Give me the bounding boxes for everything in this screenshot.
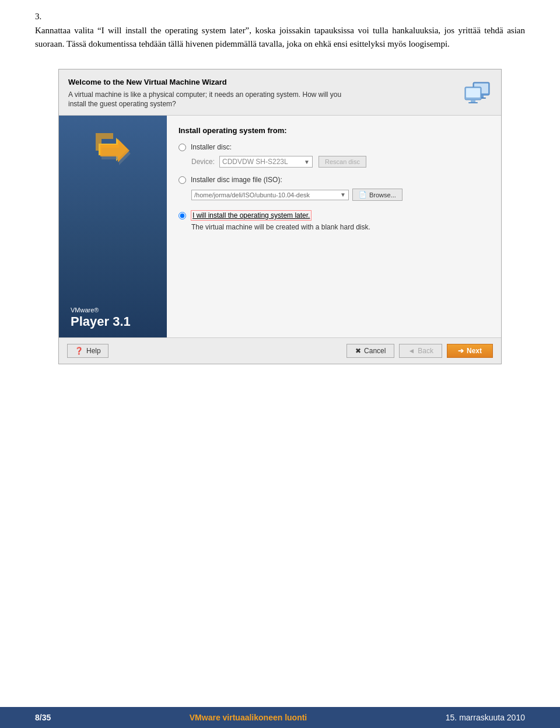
install-later-label[interactable]: I will install the operating system late… [191,211,312,220]
footer-left-buttons: ❓ Help [67,344,108,358]
back-button[interactable]: ◄ Back [399,344,442,358]
help-icon: ❓ [75,347,83,355]
blank-disk-description: The virtual machine will be created with… [191,223,489,231]
page-number: 3. [35,12,525,22]
install-later-radio[interactable] [178,212,186,220]
back-label: Back [418,347,433,355]
vmware-brand: VMware® [71,306,99,314]
vm-icon-area [90,127,136,176]
help-label: Help [86,347,101,355]
dialog-header: Welcome to the New Virtual Machine Wizar… [59,69,501,116]
installer-disc-option: Installer disc: [178,143,489,151]
iso-option: Installer disc image file (ISO): [178,176,489,184]
next-arrow-icon: ➔ [458,347,464,355]
page-content: 3. Kannattaa valita “I will install the … [0,0,560,429]
browse-icon: 📄 [359,191,367,198]
device-value: CDDVDW SH-S223L [222,158,304,166]
install-later-option: I will install the operating system late… [178,211,489,220]
footer-page-number: 8/35 [35,713,51,722]
vmware-logo-area: VMware® Player 3.1 [65,306,161,329]
iso-path-wrapper[interactable]: /home/jorma/deli/ISO/ubuntu-10.04-desk ▼ [191,190,349,200]
dialog-title: Welcome to the New Virtual Machine Wizar… [68,78,360,86]
installer-disc-radio[interactable] [178,144,186,151]
vmware-player-version: Player 3.1 [71,315,131,329]
computer-icon [463,78,492,107]
rescan-disc-button[interactable]: Rescan disc [318,156,366,168]
body-paragraph: Kannattaa valita “I will install the ope… [35,24,525,51]
iso-radio[interactable] [178,176,186,184]
browse-label: Browse... [369,191,396,198]
install-title: Install operating system from: [178,126,489,135]
svg-rect-6 [471,100,475,102]
device-select-wrapper[interactable]: CDDVDW SH-S223L ▼ [219,156,313,168]
dialog-header-text: Welcome to the New Virtual Machine Wizar… [68,78,360,110]
device-label: Device: [191,158,215,166]
page-footer: 8/35 VMware virtuaalikoneen luonti 15. m… [0,707,560,728]
dialog-footer: ❓ Help ✖ Cancel ◄ Back ➔ Next [59,337,501,364]
install-later-text: I will install the operating system late… [191,210,312,221]
footer-document-title: VMware virtuaalikoneen luonti [190,713,307,722]
iso-label[interactable]: Installer disc image file (ISO): [191,176,282,184]
svg-rect-5 [466,88,480,97]
dialog-subtitle: A virtual machine is like a physical com… [68,90,360,110]
iso-path-text: /home/jorma/deli/ISO/ubuntu-10.04-desk [194,191,340,198]
svg-rect-7 [468,102,478,103]
footer-date: 15. marraskuuta 2010 [446,713,525,722]
browse-button[interactable]: 📄 Browse... [352,189,402,201]
dialog-wrapper: Welcome to the New Virtual Machine Wizar… [35,69,525,365]
help-button[interactable]: ❓ Help [67,344,108,358]
dialog-body: VMware® Player 3.1 Install operating sys… [59,116,501,337]
cancel-icon: ✖ [355,347,361,355]
iso-row: /home/jorma/deli/ISO/ubuntu-10.04-desk ▼… [191,189,489,201]
back-icon: ◄ [408,347,415,355]
iso-dropdown-arrow: ▼ [340,191,346,198]
footer-right-buttons: ✖ Cancel ◄ Back ➔ Next [346,344,493,358]
next-button[interactable]: ➔ Next [447,344,493,358]
device-dropdown-arrow: ▼ [304,159,310,165]
cancel-button[interactable]: ✖ Cancel [346,344,394,358]
cancel-label: Cancel [364,347,386,355]
next-label: Next [467,347,482,355]
left-panel: VMware® Player 3.1 [59,116,167,337]
right-panel: Install operating system from: Installer… [167,116,501,337]
installer-disc-label[interactable]: Installer disc: [191,143,232,151]
device-row: Device: CDDVDW SH-S223L ▼ Rescan disc [191,156,489,168]
vmware-dialog: Welcome to the New Virtual Machine Wizar… [58,69,502,365]
